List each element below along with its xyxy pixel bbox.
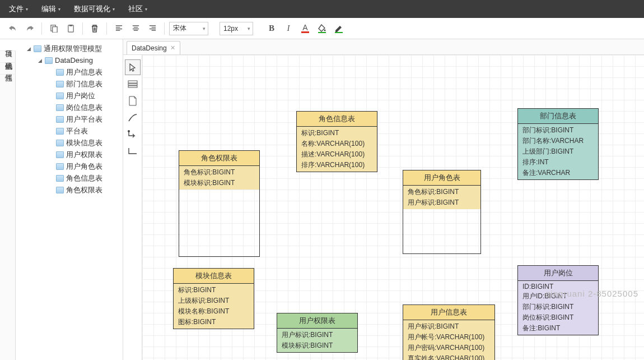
copy-button[interactable] <box>46 21 61 36</box>
elbow-tool[interactable] <box>125 144 141 159</box>
tree-item-label: 平台表 <box>66 126 88 136</box>
entity-dept-info[interactable]: 部门信息表 部门标识:BIGINT部门名称:VARCHAR上级部门:BIGINT… <box>517 108 599 180</box>
entity-fields: 用户标识:BIGINT模块标识:BIGINT <box>277 329 357 352</box>
tree-item[interactable]: 部门信息表 <box>16 78 123 90</box>
entity-fields: 用户标识:BIGINT用户帐号:VARCHAR(100)用户密码:VARCHAR… <box>403 320 494 360</box>
tree-item-label: 模块信息表 <box>66 138 102 148</box>
tree-item[interactable]: 用户平台表 <box>16 113 123 125</box>
entity-title: 用户岗位 <box>518 266 598 281</box>
db-icon <box>45 57 53 64</box>
tool-palette <box>123 55 142 360</box>
entity-user-info[interactable]: 用户信息表 用户标识:BIGINT用户帐号:VARCHAR(100)用户密码:V… <box>403 304 495 360</box>
entity-user-post[interactable]: 用户岗位 ID:BIGINT用户ID:BIGINT部门标识:BIGINT岗位标识… <box>517 265 599 335</box>
font-color-button[interactable]: A <box>298 21 312 36</box>
entity-role-perm[interactable]: 角色权限表 角色标识:BIGINT模块标识:BIGINT <box>179 150 260 257</box>
fontsize-select[interactable]: 12px▾ <box>220 22 253 35</box>
entity-field: 标识:BIGINT <box>297 128 377 139</box>
entity-fields: 角色标识:BIGINT用户标识:BIGINT <box>403 186 480 209</box>
tree-item-label: 部门信息表 <box>66 79 102 89</box>
entity-field: 角色标识:BIGINT <box>403 187 480 197</box>
entity-field: 上级标识:BIGINT <box>174 296 254 306</box>
entity-title: 用户角色表 <box>403 170 480 186</box>
main-area: 项目 代码生成 属性 ◢通用权限管理模型 ◢DataDesing 用户信息表部门… <box>0 39 644 360</box>
entity-module-info[interactable]: 模块信息表 标识:BIGINT上级标识:BIGINT模块名称:BIGINT图标:… <box>173 268 254 329</box>
entity-title: 模块信息表 <box>174 269 254 284</box>
tree-item[interactable]: 用户信息表 <box>16 66 123 78</box>
menu-bar: 文件▾ 编辑▾ 数据可视化▾ 社区▾ <box>0 0 644 18</box>
svg-point-4 <box>324 29 326 31</box>
entity-role-info[interactable]: 角色信息表 标识:BIGINT名称:VARCHAR(100)描述:VARCHAR… <box>296 111 377 172</box>
entity-field: 部门标识:BIGINT <box>518 302 598 312</box>
redo-button[interactable] <box>22 21 37 36</box>
undo-button[interactable] <box>6 21 20 36</box>
canvas-area: 角色权限表 角色标识:BIGINT模块标识:BIGINT 角色信息表 标识:BI… <box>123 55 644 360</box>
db-icon <box>34 45 41 52</box>
menu-edit[interactable]: 编辑▾ <box>41 4 60 14</box>
tree-item[interactable]: 用户岗位 <box>16 90 123 101</box>
entity-field: 用户帐号:VARCHAR(100) <box>403 332 494 343</box>
entity-field: 岗位标识:BIGINT <box>518 312 598 323</box>
entity-user-perm[interactable]: 用户权限表 用户标识:BIGINT模块标识:BIGINT <box>277 313 358 353</box>
table-tool[interactable] <box>125 76 141 92</box>
highlight-button[interactable] <box>332 21 346 36</box>
bold-button[interactable]: B <box>264 21 279 36</box>
entity-title: 角色信息表 <box>297 112 377 127</box>
tree-item[interactable]: 模块信息表 <box>16 137 123 149</box>
tree-doc[interactable]: ◢DataDesing <box>16 54 123 66</box>
svg-rect-1 <box>52 27 57 33</box>
italic-button[interactable]: I <box>281 21 296 36</box>
entity-title: 用户权限表 <box>277 313 357 329</box>
entity-field: 用户标识:BIGINT <box>403 197 480 208</box>
align-center-button[interactable] <box>128 21 143 36</box>
document-tab[interactable]: DataDesing ✕ <box>127 41 180 54</box>
tree-item[interactable]: 岗位信息表 <box>16 101 123 113</box>
tree-item[interactable]: 平台表 <box>16 125 123 137</box>
align-right-button[interactable] <box>145 21 160 36</box>
entity-field: ID:BIGINT <box>518 282 598 291</box>
align-left-button[interactable] <box>111 21 126 36</box>
entity-field: 排序:INT <box>518 157 598 168</box>
table-icon <box>56 140 64 146</box>
sidetab-project[interactable]: 项目 <box>0 39 17 51</box>
fill-color-button[interactable] <box>315 21 329 36</box>
entity-field: 部门名称:VARCHAR <box>518 136 598 146</box>
tree-item[interactable]: 用户权限表 <box>16 149 123 160</box>
table-icon <box>56 69 64 76</box>
menu-file[interactable]: 文件▾ <box>9 4 28 14</box>
svg-point-10 <box>128 130 130 132</box>
line-tool[interactable] <box>125 110 141 126</box>
svg-rect-3 <box>69 25 72 26</box>
tree-item[interactable]: 用户角色表 <box>16 160 123 172</box>
connection-lines <box>142 55 310 139</box>
tree-root[interactable]: ◢通用权限管理模型 <box>16 43 123 54</box>
table-icon <box>56 81 64 87</box>
canvas-wrap: DataDesing ✕ <box>123 39 644 360</box>
entity-field: 模块标识:BIGINT <box>277 340 357 351</box>
sidetab-props[interactable]: 属性 <box>0 63 17 75</box>
entity-title: 部门信息表 <box>518 109 598 124</box>
paste-button[interactable] <box>63 21 78 36</box>
close-icon[interactable]: ✕ <box>170 44 175 52</box>
menu-dataviz[interactable]: 数据可视化▾ <box>74 4 115 14</box>
pointer-tool[interactable] <box>125 59 141 75</box>
menu-community[interactable]: 社区▾ <box>128 4 147 14</box>
tree-item[interactable]: 角色权限表 <box>16 184 123 196</box>
entity-field: 备注:VARCHAR <box>518 168 598 178</box>
note-tool[interactable] <box>125 93 141 109</box>
tab-bar: DataDesing ✕ <box>123 39 644 55</box>
svg-rect-9 <box>128 86 137 87</box>
table-icon <box>56 151 64 158</box>
tree-item[interactable]: 角色信息表 <box>16 172 123 184</box>
delete-button[interactable] <box>87 21 102 36</box>
table-icon <box>56 116 64 123</box>
table-icon <box>56 175 64 182</box>
entity-user-role[interactable]: 用户角色表 角色标识:BIGINT用户标识:BIGINT <box>403 170 481 254</box>
entity-field: 用户标识:BIGINT <box>277 330 357 340</box>
diagram-canvas[interactable]: 角色权限表 角色标识:BIGINT模块标识:BIGINT 角色信息表 标识:BI… <box>142 55 644 360</box>
entity-field: 真实姓名:VARCHAR(100) <box>403 353 494 360</box>
sidetab-codegen[interactable]: 代码生成 <box>0 51 17 63</box>
connector-tool[interactable] <box>125 127 141 142</box>
font-select[interactable]: 宋体▾ <box>169 22 208 35</box>
entity-title: 用户信息表 <box>403 305 494 320</box>
entity-field: 备注:BIGINT <box>518 323 598 334</box>
